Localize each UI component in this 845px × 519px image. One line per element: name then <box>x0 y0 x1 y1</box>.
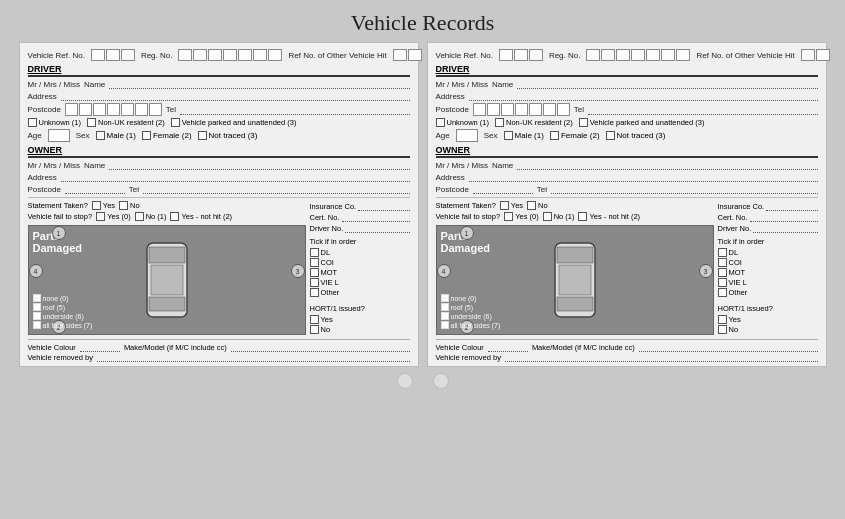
female-box-2[interactable] <box>550 131 559 140</box>
tel-dotted-2[interactable] <box>588 105 817 115</box>
coi-box-1[interactable] <box>310 258 319 267</box>
pc-box-2-7[interactable] <box>557 103 570 116</box>
driver-no-dotted-2[interactable] <box>753 223 817 233</box>
hort-no-box-1[interactable] <box>310 325 319 334</box>
mm-line-1[interactable] <box>231 342 410 352</box>
reg-box-2-3[interactable] <box>616 49 630 61</box>
pc-box-7[interactable] <box>149 103 162 116</box>
dl-box-2[interactable] <box>718 248 727 257</box>
not-traced-box-2[interactable] <box>606 131 615 140</box>
mm-line-2[interactable] <box>639 342 818 352</box>
pc-box-2[interactable] <box>79 103 92 116</box>
vc-line-1[interactable] <box>80 342 120 352</box>
male-box-2[interactable] <box>504 131 513 140</box>
rother-box-2-1[interactable] <box>801 49 815 61</box>
stmt-yes-box-1[interactable] <box>92 201 101 210</box>
vref-box-3[interactable] <box>121 49 135 61</box>
unknown-box-2[interactable] <box>436 118 445 127</box>
reg-box-2-4[interactable] <box>631 49 645 61</box>
rother-box-2[interactable] <box>408 49 422 61</box>
rother-box-1[interactable] <box>393 49 407 61</box>
tel-dotted-1[interactable] <box>180 105 409 115</box>
pc-box-1[interactable] <box>65 103 78 116</box>
vref-box-2-1[interactable] <box>499 49 513 61</box>
vstop-no-box-1[interactable] <box>135 212 144 221</box>
owner-tel-dotted-1[interactable] <box>143 184 409 194</box>
none-box-1[interactable] <box>33 294 41 302</box>
pc-box-2-2[interactable] <box>487 103 500 116</box>
removed-line-2[interactable] <box>505 352 818 362</box>
reg-box-2-2[interactable] <box>601 49 615 61</box>
vstop-yes-box-1[interactable] <box>96 212 105 221</box>
pc-box-2-4[interactable] <box>515 103 528 116</box>
parked-box-1[interactable] <box>171 118 180 127</box>
owner-name-dotted-1[interactable] <box>109 160 409 170</box>
nav-dot-2[interactable] <box>433 373 449 389</box>
allfour-box-1[interactable] <box>33 321 41 329</box>
roof-box-1[interactable] <box>33 303 41 311</box>
unknown-box-1[interactable] <box>28 118 37 127</box>
not-traced-box-1[interactable] <box>198 131 207 140</box>
stmt-yes-box-2[interactable] <box>500 201 509 210</box>
name-dotted-2[interactable] <box>517 79 817 89</box>
underside-box-2[interactable] <box>441 312 449 320</box>
age-box-2[interactable] <box>456 129 478 142</box>
none-box-2[interactable] <box>441 294 449 302</box>
vref-box-2[interactable] <box>106 49 120 61</box>
removed-line-1[interactable] <box>97 352 410 362</box>
underside-box-1[interactable] <box>33 312 41 320</box>
male-box-1[interactable] <box>96 131 105 140</box>
coi-box-2[interactable] <box>718 258 727 267</box>
pc-box-2-5[interactable] <box>529 103 542 116</box>
vref-box-2-3[interactable] <box>529 49 543 61</box>
reg-box-1[interactable] <box>178 49 192 61</box>
reg-box-2-5[interactable] <box>646 49 660 61</box>
owner-tel-dotted-2[interactable] <box>551 184 817 194</box>
reg-box-2[interactable] <box>193 49 207 61</box>
non-uk-box-1[interactable] <box>87 118 96 127</box>
vstop-no-box-2[interactable] <box>543 212 552 221</box>
vstop-yes-box-2[interactable] <box>504 212 513 221</box>
reg-box-7[interactable] <box>268 49 282 61</box>
viel-box-1[interactable] <box>310 278 319 287</box>
pc-box-4[interactable] <box>107 103 120 116</box>
reg-box-2-6[interactable] <box>661 49 675 61</box>
stmt-no-box-2[interactable] <box>527 201 536 210</box>
reg-box-2-1[interactable] <box>586 49 600 61</box>
pc-box-6[interactable] <box>135 103 148 116</box>
female-box-1[interactable] <box>142 131 151 140</box>
other-box-1[interactable] <box>310 288 319 297</box>
pc-box-5[interactable] <box>121 103 134 116</box>
hort-yes-box-1[interactable] <box>310 315 319 324</box>
owner-pc-dotted-2[interactable] <box>473 184 533 194</box>
owner-address-dotted-2[interactable] <box>469 172 818 182</box>
vref-box-1[interactable] <box>91 49 105 61</box>
hort-yes-box-2[interactable] <box>718 315 727 324</box>
hort-no-box-2[interactable] <box>718 325 727 334</box>
parked-box-2[interactable] <box>579 118 588 127</box>
age-box-1[interactable] <box>48 129 70 142</box>
mot-box-2[interactable] <box>718 268 727 277</box>
nav-dot-1[interactable] <box>397 373 413 389</box>
ins-co-dotted-1[interactable] <box>358 201 409 211</box>
allfour-box-2[interactable] <box>441 321 449 329</box>
address-dotted-1[interactable] <box>61 91 410 101</box>
vstop-nothit-box-2[interactable] <box>578 212 587 221</box>
other-box-2[interactable] <box>718 288 727 297</box>
rother-box-2-2[interactable] <box>816 49 830 61</box>
cert-dotted-1[interactable] <box>342 212 410 222</box>
pc-box-2-3[interactable] <box>501 103 514 116</box>
owner-address-dotted-1[interactable] <box>61 172 410 182</box>
vref-box-2-2[interactable] <box>514 49 528 61</box>
vstop-nothit-box-1[interactable] <box>170 212 179 221</box>
non-uk-box-2[interactable] <box>495 118 504 127</box>
reg-box-4[interactable] <box>223 49 237 61</box>
reg-box-2-7[interactable] <box>676 49 690 61</box>
viel-box-2[interactable] <box>718 278 727 287</box>
cert-dotted-2[interactable] <box>750 212 818 222</box>
driver-no-dotted-1[interactable] <box>345 223 409 233</box>
owner-name-dotted-2[interactable] <box>517 160 817 170</box>
pc-box-2-1[interactable] <box>473 103 486 116</box>
pc-box-2-6[interactable] <box>543 103 556 116</box>
address-dotted-2[interactable] <box>469 91 818 101</box>
